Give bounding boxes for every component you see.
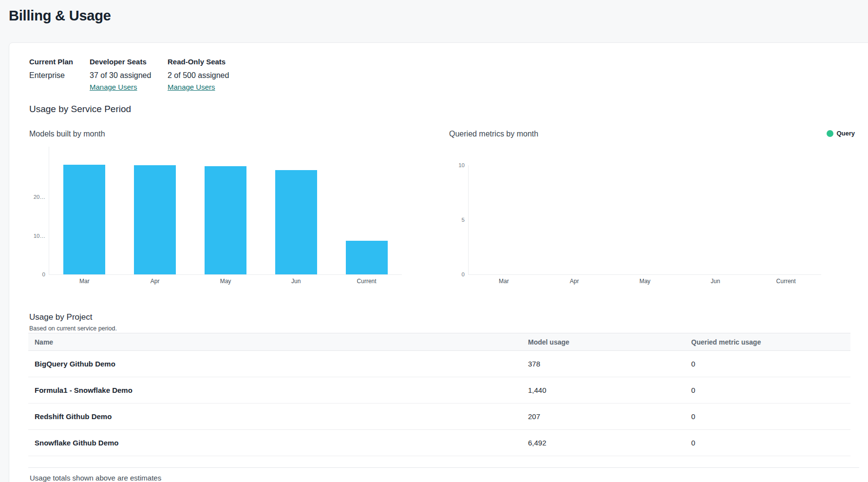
table-row: BigQuery Github Demo 378 0 <box>28 351 850 377</box>
x-axis-tick-label: Mar <box>49 278 120 285</box>
y-axis-tick-label: 0 <box>26 271 45 278</box>
usage-by-project-table: Name Model usage Queried metric usage Bi… <box>28 333 850 456</box>
usage-estimates-note: Usage totals shown above are estimates <box>30 474 161 482</box>
query-legend: Query <box>827 130 855 137</box>
bar-mar <box>63 165 105 274</box>
developer-seats-block: Developer Seats 37 of 30 assigned Manage… <box>90 58 151 92</box>
column-header-name: Name <box>28 338 528 346</box>
billing-card: Current Plan Enterprise Developer Seats … <box>9 42 868 482</box>
bar-apr <box>134 165 176 274</box>
model-usage-value: 378 <box>528 360 691 368</box>
queried-metric-usage-value: 0 <box>691 439 850 447</box>
query-legend-label: Query <box>836 130 855 137</box>
column-header-model-usage: Model usage <box>528 338 691 346</box>
y-axis-tick-label: 10 <box>445 162 465 169</box>
section-title-service-period: Usage by Service Period <box>29 104 131 115</box>
y-axis-tick-label: 20… <box>26 193 45 200</box>
x-axis-tick-label: Mar <box>469 278 539 285</box>
x-axis-tick-label: May <box>610 278 680 285</box>
bar-jun <box>275 170 317 274</box>
x-axis-tick-label: Jun <box>261 278 331 285</box>
project-section-subtitle: Based on current service period. <box>29 325 117 332</box>
chart-title-models: Models built by month <box>29 130 105 138</box>
bar-current <box>346 241 388 274</box>
x-axis-tick-label: May <box>190 278 261 285</box>
manage-users-link-readonly[interactable]: Manage Users <box>168 83 215 91</box>
models-built-chart: MarAprMayJunCurrent010…20… <box>49 147 402 275</box>
readonly-seats-label: Read-Only Seats <box>168 58 229 66</box>
query-legend-dot-icon <box>827 130 833 137</box>
page-title: Billing & Usage <box>9 8 111 24</box>
footer-divider <box>28 467 859 468</box>
x-axis-tick-label: Apr <box>539 278 610 285</box>
table-header-row: Name Model usage Queried metric usage <box>28 333 850 351</box>
current-plan-value: Enterprise <box>29 71 73 80</box>
table-row: Formula1 - Snowflake Demo 1,440 0 <box>28 377 850 404</box>
manage-users-link-developer[interactable]: Manage Users <box>90 83 137 91</box>
table-row: Redshift Github Demo 207 0 <box>28 404 850 430</box>
developer-seats-value: 37 of 30 assigned <box>90 71 151 80</box>
queried-metric-usage-value: 0 <box>691 360 850 368</box>
table-row: Snowflake Github Demo 6,492 0 <box>28 430 850 456</box>
model-usage-value: 6,492 <box>528 439 691 447</box>
queried-metric-usage-value: 0 <box>691 386 850 394</box>
section-title-project: Usage by Project <box>29 312 92 322</box>
readonly-seats-value: 2 of 500 assigned <box>168 71 229 80</box>
queried-metric-usage-value: 0 <box>691 412 850 421</box>
developer-seats-label: Developer Seats <box>90 58 151 66</box>
project-name: Snowflake Github Demo <box>28 439 528 447</box>
y-axis-tick-label: 10… <box>26 232 45 239</box>
model-usage-value: 1,440 <box>528 386 691 394</box>
x-axis-tick-label: Current <box>751 278 821 285</box>
x-axis-tick-label: Current <box>331 278 402 285</box>
y-axis-tick-label: 5 <box>445 216 465 223</box>
y-axis-tick-label: 0 <box>445 271 465 278</box>
queried-metrics-chart: MarAprMayJunCurrent0510 <box>468 165 821 275</box>
project-name: Formula1 - Snowflake Demo <box>28 386 528 394</box>
current-plan-label: Current Plan <box>29 58 73 66</box>
column-header-queried-metric-usage: Queried metric usage <box>691 338 850 346</box>
model-usage-value: 207 <box>528 412 691 421</box>
x-axis-tick-label: Apr <box>120 278 190 285</box>
readonly-seats-block: Read-Only Seats 2 of 500 assigned Manage… <box>168 58 229 92</box>
chart-title-queried-metrics: Queried metrics by month <box>449 130 538 138</box>
project-name: BigQuery Github Demo <box>28 360 528 368</box>
x-axis-tick-label: Jun <box>680 278 751 285</box>
current-plan-block: Current Plan Enterprise <box>29 58 73 80</box>
project-name: Redshift Github Demo <box>28 412 528 421</box>
bar-may <box>205 166 246 274</box>
